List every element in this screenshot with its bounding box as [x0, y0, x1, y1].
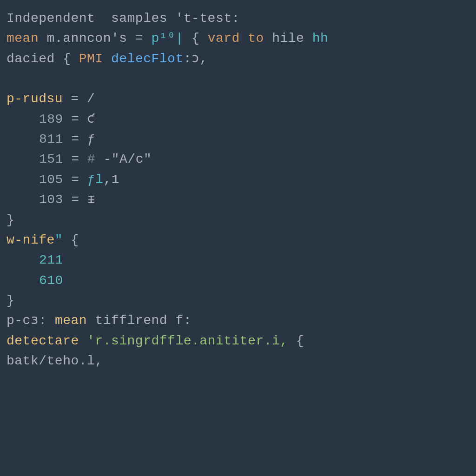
token-num: 211 — [39, 253, 63, 267]
token-op: = — [63, 152, 87, 166]
token-op: = — [63, 192, 87, 207]
token-value: hh — [312, 31, 329, 46]
code-line-1: Independent samples 't-test: — [7, 8, 469, 28]
code-line-17: detectare 'r.singrdffle.anititer.i, { — [7, 331, 469, 351]
token-text: p-cɜ: — [7, 313, 55, 328]
token-op: = — [63, 172, 87, 187]
code-line-7: 811 = ƒ — [7, 129, 469, 149]
token-string: "A/c" — [112, 152, 152, 166]
token-op: = — [63, 112, 87, 126]
code-line-6: 189 = ƈ — [7, 109, 469, 129]
code-line-12: w-nife" { — [7, 230, 469, 250]
token-brace-close: } — [7, 293, 14, 308]
token-num: 103 — [39, 192, 63, 207]
token-text: batk — [7, 354, 39, 368]
token-value: p¹⁰| — [151, 31, 183, 46]
code-empty-line — [7, 69, 469, 89]
token-text: hile — [272, 31, 304, 46]
token-op: - — [95, 152, 112, 166]
token-text: m.anncon's — [39, 31, 135, 46]
token-text: samples — [95, 11, 175, 26]
token-op: = — [71, 92, 79, 106]
token-punct: :ɔ, — [184, 52, 208, 66]
code-line-2: mean m.anncon's = p¹⁰| { vard to hile hh — [7, 28, 469, 48]
code-line-13: 211 — [7, 250, 469, 270]
token-num: 610 — [39, 273, 63, 288]
token-ident: PMI — [79, 52, 103, 66]
token-func: delecFlot — [111, 52, 184, 66]
token-num: 811 — [39, 132, 63, 146]
token-value: ƒl — [87, 172, 104, 187]
token-text: tifflrend f: — [87, 313, 192, 328]
token-num: 1 — [112, 172, 119, 187]
code-line-10: 103 = ᵻ — [7, 190, 469, 210]
token-ident: detectare — [7, 334, 79, 348]
code-line-8: 151 = # -"A/c" — [7, 149, 469, 169]
token-ident: Independent — [7, 11, 95, 26]
token-symbol: ƈ — [87, 112, 95, 126]
token-punct: , — [103, 172, 111, 187]
token-ident: p-rudsu — [7, 92, 63, 106]
code-line-11: } — [7, 210, 469, 230]
token-quote: " — [55, 233, 63, 247]
token-string: 't-test: — [175, 11, 239, 26]
token-num: 151 — [39, 152, 63, 166]
token-keyword: to — [248, 31, 264, 46]
code-line-14: 610 — [7, 271, 469, 291]
code-line-16: p-cɜ: mean tifflrend f: — [7, 311, 469, 331]
token-op: = — [135, 31, 143, 46]
code-line-9: 105 = ƒl,1 — [7, 170, 469, 190]
token-brace: { — [288, 334, 304, 348]
token-op: / — [79, 92, 95, 106]
token-brace: { — [63, 233, 79, 247]
code-line-5: p-rudsu = / — [7, 89, 469, 109]
token-text: dacied — [7, 52, 63, 66]
token-string: 'r.singrdffle.anititer.i, — [87, 334, 288, 348]
code-line-18: batk/teho.l, — [7, 351, 469, 371]
code-line-15: } — [7, 291, 469, 311]
token-ident: w-nife — [7, 233, 55, 247]
token-op: = — [63, 132, 87, 146]
token-text: /teho.l, — [39, 354, 103, 368]
token-keyword: mean — [7, 31, 39, 46]
token-keyword: vard — [208, 31, 240, 46]
token-num: 105 — [39, 172, 63, 187]
token-brace: { — [63, 52, 71, 66]
token-hash: # — [87, 152, 95, 166]
token-num: 189 — [39, 112, 63, 126]
token-symbol: ᵻ — [87, 192, 95, 207]
code-line-3: dacied { PMI delecFlot:ɔ, — [7, 49, 469, 69]
token-keyword: mean — [55, 313, 87, 328]
token-symbol: ƒ — [87, 132, 95, 146]
token-brace-close: } — [7, 213, 14, 227]
token-brace: { — [192, 31, 199, 46]
